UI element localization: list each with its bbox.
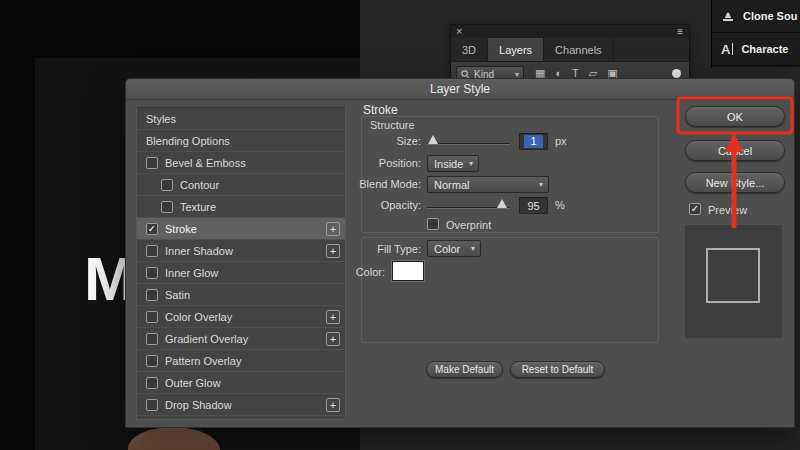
pattern-overlay-checkbox[interactable] <box>146 355 158 367</box>
layers-panel: × ≡ 3D Layers Channels Kind ▾ ▦ ◐ T ▱ ▣ <box>450 24 690 84</box>
opacity-label: Opacity: <box>321 199 421 211</box>
reset-to-default-button[interactable]: Reset to Default <box>510 361 605 378</box>
size-unit: px <box>555 135 567 147</box>
size-slider-thumb[interactable] <box>428 135 438 144</box>
style-list-item-gradient-overlay[interactable]: Gradient Overlay + <box>137 328 345 350</box>
chevron-down-icon: ▾ <box>535 180 543 189</box>
panel-dock: Clone Sou A Characte <box>711 0 800 68</box>
gradient-overlay-checkbox[interactable] <box>146 333 158 345</box>
size-label: Size: <box>321 135 421 147</box>
style-list-item-outer-glow[interactable]: Outer Glow <box>137 372 345 394</box>
layers-panel-header[interactable]: × ≡ <box>451 25 689 38</box>
blend-mode-value: Normal <box>434 179 469 191</box>
clone-source-panel-button[interactable]: Clone Sou <box>712 0 800 33</box>
satin-checkbox[interactable] <box>146 289 158 301</box>
text-cursor-bar <box>732 43 733 55</box>
texture-checkbox[interactable] <box>161 201 173 213</box>
structure-label: Structure <box>370 119 415 131</box>
stroke-panel-heading: Stroke <box>363 103 398 117</box>
drop-shadow-checkbox[interactable] <box>146 399 158 411</box>
stroke-checkbox[interactable]: ✓ <box>146 223 158 235</box>
photoshop-app: M Clone Sou A Characte × ≡ 3D Layers Cha… <box>0 0 800 450</box>
outer-glow-checkbox[interactable] <box>146 377 158 389</box>
character-icon: A <box>721 42 733 57</box>
style-list-item-drop-shadow[interactable]: Drop Shadow + <box>137 394 345 416</box>
color-label: Color: <box>321 266 385 278</box>
chevron-down-icon: ▾ <box>467 244 475 253</box>
character-label: Characte <box>741 43 788 55</box>
add-stroke-instance-button[interactable]: + <box>326 222 340 236</box>
make-default-button[interactable]: Make Default <box>426 361 503 378</box>
inner-shadow-checkbox[interactable] <box>146 245 158 257</box>
layer-style-dialog: Layer Style Styles Blending Options Beve… <box>125 78 795 428</box>
fill-type-dropdown[interactable]: Color ▾ <box>427 240 481 257</box>
ok-button[interactable]: OK <box>685 106 785 127</box>
style-list-item-stroke[interactable]: ✓ Stroke + <box>137 218 345 240</box>
preview-checkbox[interactable]: ✓ <box>689 203 701 215</box>
style-list-item-pattern-overlay[interactable]: Pattern Overlay <box>137 350 345 372</box>
overprint-checkbox[interactable] <box>427 218 439 230</box>
effect-preview-thumbnail <box>685 225 782 338</box>
style-list-item-styles[interactable]: Styles <box>137 108 345 130</box>
dialog-title-bar[interactable]: Layer Style <box>126 79 794 100</box>
styles-list: Styles Blending Options Bevel & Emboss C… <box>136 107 346 420</box>
style-list-item-color-overlay[interactable]: Color Overlay + <box>137 306 345 328</box>
contour-checkbox[interactable] <box>161 179 173 191</box>
overprint-label: Overprint <box>446 219 491 231</box>
clone-stamp-icon <box>721 10 735 23</box>
add-drop-shadow-instance-button[interactable]: + <box>326 398 340 412</box>
character-icon-glyph: A <box>721 42 730 57</box>
tab-3d[interactable]: 3D <box>451 38 488 61</box>
layers-panel-tabs: 3D Layers Channels <box>451 38 689 61</box>
style-list-item-satin[interactable]: Satin <box>137 284 345 306</box>
opacity-input[interactable]: 95 <box>519 197 548 214</box>
style-list-item-bevel-emboss[interactable]: Bevel & Emboss <box>137 152 345 174</box>
check-icon: ✓ <box>691 203 699 214</box>
style-list-item-contour[interactable]: Contour <box>137 174 345 196</box>
structure-groupbox <box>361 116 659 233</box>
add-color-overlay-instance-button[interactable]: + <box>326 310 340 324</box>
canvas-photo-fragment <box>128 427 220 450</box>
stroke-preview-square <box>706 248 760 303</box>
stroke-color-swatch[interactable] <box>392 261 424 281</box>
opacity-unit: % <box>555 199 565 211</box>
opacity-slider[interactable] <box>427 207 510 209</box>
fill-type-value: Color <box>434 243 460 255</box>
position-label: Position: <box>321 157 421 169</box>
chevron-down-icon: ▾ <box>465 159 473 168</box>
character-panel-button[interactable]: A Characte <box>712 33 800 66</box>
inner-glow-checkbox[interactable] <box>146 267 158 279</box>
color-overlay-checkbox[interactable] <box>146 311 158 323</box>
close-icon[interactable]: × <box>456 25 462 38</box>
style-list-item-blending-options[interactable]: Blending Options <box>137 130 345 152</box>
tab-layers[interactable]: Layers <box>488 38 544 61</box>
position-value: Inside <box>434 158 463 170</box>
size-slider[interactable] <box>427 143 510 145</box>
check-icon: ✓ <box>148 223 156 234</box>
fill-type-label: Fill Type: <box>321 243 421 255</box>
blend-mode-dropdown[interactable]: Normal ▾ <box>427 176 549 193</box>
preview-label: Preview <box>708 204 747 216</box>
cancel-button[interactable]: Cancel <box>685 140 785 161</box>
add-gradient-overlay-instance-button[interactable]: + <box>326 332 340 346</box>
clone-source-label: Clone Sou <box>743 10 797 22</box>
opacity-value: 95 <box>527 200 539 212</box>
size-input[interactable]: 1 <box>519 133 548 150</box>
bevel-emboss-checkbox[interactable] <box>146 157 158 169</box>
style-list-item-texture[interactable]: Texture <box>137 196 345 218</box>
style-list-item-inner-shadow[interactable]: Inner Shadow + <box>137 240 345 262</box>
new-style-button[interactable]: New Style... <box>685 172 785 193</box>
dialog-title: Layer Style <box>430 82 490 96</box>
opacity-slider-thumb[interactable] <box>497 199 507 208</box>
tab-channels[interactable]: Channels <box>544 38 613 61</box>
blend-mode-label: Blend Mode: <box>321 178 421 190</box>
style-list-item-inner-glow[interactable]: Inner Glow <box>137 262 345 284</box>
size-value: 1 <box>524 135 542 148</box>
position-dropdown[interactable]: Inside ▾ <box>427 155 479 172</box>
panel-menu-icon[interactable]: ≡ <box>677 25 683 38</box>
filter-toggle[interactable] <box>672 69 681 78</box>
